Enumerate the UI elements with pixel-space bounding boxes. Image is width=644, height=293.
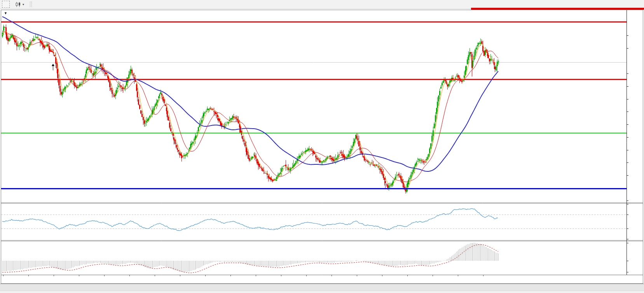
insert-text-tool-button[interactable] [2,1,10,8]
mt4-application: ▾ ▼ [0,0,644,293]
status-strip [0,291,644,293]
chart-title: ▼ [4,11,12,15]
toolbar-grip [30,2,32,7]
chart-canvas[interactable] [1,10,643,284]
candlestick-chart-icon [15,2,21,7]
chart-tab-bar [0,284,644,291]
chevron-down-icon: ▾ [23,3,24,6]
chart-type-button[interactable]: ▾ [14,1,26,8]
collapse-triangle-icon[interactable]: ▼ [4,11,7,15]
